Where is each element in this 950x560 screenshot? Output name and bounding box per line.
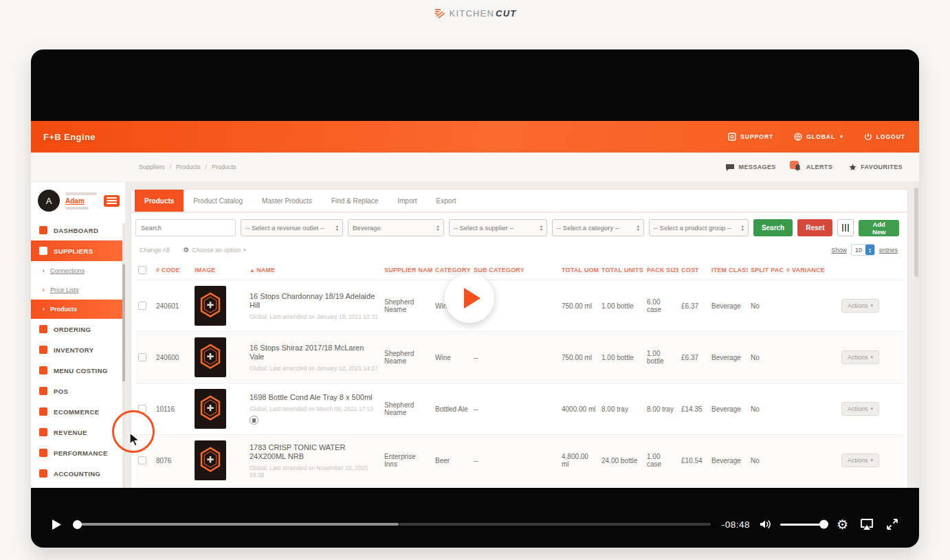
messages-button[interactable]: MESSAGES: [725, 164, 776, 171]
fb-hexagon-logo-icon: [197, 340, 224, 374]
search-button[interactable]: Search: [753, 219, 793, 236]
cell-total-units: 24.00 bottle: [599, 435, 644, 486]
col-code[interactable]: # CODE: [153, 260, 192, 280]
bulk-action-dropdown[interactable]: Choose an option▾: [184, 246, 246, 254]
product-name[interactable]: 16 Stops Chardonnay 18/19 Adelaide Hill: [250, 292, 379, 310]
row-checkbox[interactable]: [138, 353, 146, 361]
cell-supplier: Enterprise Inns: [382, 435, 432, 486]
logout-label: LOGOUT: [876, 133, 905, 140]
volume-slider[interactable]: [780, 524, 824, 526]
cell-total-uom: 4,800.00 ml: [559, 435, 599, 486]
col-cost[interactable]: COST: [678, 260, 709, 280]
sidebar-item-pos[interactable]: POS: [31, 381, 125, 401]
product-image[interactable]: [195, 337, 226, 377]
col-variance[interactable]: # VARIANCE: [784, 260, 839, 280]
support-icon: [728, 133, 736, 141]
actions-button[interactable]: Actions▾: [841, 402, 879, 416]
page-scrollbar[interactable]: [914, 182, 919, 488]
tab-product-catalog[interactable]: Product Catalog: [184, 190, 252, 212]
sidebar-item-accounting[interactable]: ACCOUNTING: [31, 463, 125, 484]
tab-find-replace[interactable]: Find & Replace: [322, 190, 388, 212]
tab-master-products[interactable]: Master Products: [252, 190, 322, 212]
toggle-columns-button[interactable]: [837, 219, 854, 236]
volume-thumb[interactable]: [819, 520, 828, 529]
seek-bar[interactable]: [74, 519, 711, 529]
search-input[interactable]: [135, 219, 236, 236]
sidebar-item-ecommerce[interactable]: ECOMMERCE: [31, 401, 125, 422]
chevron-right-icon: ›: [43, 306, 45, 313]
alerts-button[interactable]: ALERTS: [793, 163, 832, 172]
sidebar-item-dashboard[interactable]: DASHBOARD: [31, 220, 125, 240]
change-all-link[interactable]: Change All: [140, 247, 170, 254]
sidebar-item-menu-costing[interactable]: MENU COSTING: [31, 360, 125, 381]
global-button[interactable]: GLOBAL ▾: [794, 133, 843, 141]
big-play-button[interactable]: [445, 273, 494, 323]
sidebar-item-connections[interactable]: ›Connections: [31, 261, 125, 280]
actions-button[interactable]: Actions▾: [841, 299, 879, 313]
favourites-button[interactable]: FAVOURITES: [849, 164, 903, 171]
logout-button[interactable]: LOGOUT: [864, 133, 905, 141]
breadcrumb-products-1[interactable]: Products: [176, 164, 201, 170]
col-split-pack[interactable]: SPLIT PACK: [748, 260, 784, 280]
page-size-select[interactable]: 10: [851, 244, 875, 256]
select-all-checkbox[interactable]: [138, 266, 146, 274]
tab-products[interactable]: Products: [135, 190, 184, 212]
product-name[interactable]: 1698 Bottle Cond Ale Tray 8 x 500ml: [250, 393, 379, 402]
sidebar-item-revenue[interactable]: REVENUE: [31, 422, 125, 443]
product-image[interactable]: [195, 440, 226, 480]
sidebar-item-products[interactable]: ›Products: [31, 300, 125, 319]
col-name[interactable]: ▲NAME: [247, 260, 382, 280]
cell-item-class: Beverage: [709, 280, 748, 332]
col-sub-category[interactable]: SUB CATEGORY: [471, 260, 559, 280]
product-name[interactable]: 16 Stops Shiraz 2017/18 McLaren Vale: [250, 344, 379, 361]
play-button[interactable]: [52, 519, 62, 530]
reset-button[interactable]: Reset: [797, 219, 832, 236]
fullscreen-button[interactable]: [886, 518, 898, 530]
row-checkbox[interactable]: [138, 456, 146, 464]
sidebar-item-team[interactable]: TEAM: [31, 484, 125, 488]
add-new-button[interactable]: Add New: [859, 220, 899, 236]
user-role-blur: [65, 207, 89, 210]
filter-bar: -- Select a revenue outlet -- Beverage -…: [131, 213, 907, 242]
col-supplier-name[interactable]: SUPPLIER NAME: [382, 260, 432, 280]
airplay-button[interactable]: [860, 519, 874, 530]
app-brand: F+B Engine: [43, 132, 96, 142]
category-select[interactable]: -- Select a category --: [552, 219, 644, 236]
page-size-group: Show 10 entries: [831, 244, 898, 256]
sidebar-item-suppliers[interactable]: SUPPLIERS: [31, 240, 125, 261]
actions-button[interactable]: Actions▾: [841, 350, 879, 364]
product-image[interactable]: [195, 389, 226, 429]
supplier-select[interactable]: -- Select a supplier --: [449, 219, 547, 236]
user-name-link[interactable]: Adam: [65, 197, 98, 205]
sidebar-item-inventory[interactable]: INVENTORY: [31, 339, 125, 360]
tab-export[interactable]: Export: [427, 190, 466, 212]
breadcrumb-suppliers[interactable]: Suppliers: [139, 164, 165, 170]
volume-button[interactable]: [760, 519, 772, 529]
seek-thumb[interactable]: [73, 520, 82, 529]
item-class-select[interactable]: Beverage: [348, 219, 444, 236]
cell-split-pack: No: [748, 383, 784, 435]
sidebar-toggle-button[interactable]: [104, 195, 120, 207]
table-header-row: # CODE IMAGE ▲NAME SUPPLIER NAME CATEGOR…: [135, 260, 904, 280]
video-player[interactable]: F+B Engine SUPPORT GLOBAL ▾ LOGOUT Su: [31, 49, 919, 548]
avatar[interactable]: A: [38, 190, 60, 212]
tab-import[interactable]: Import: [388, 190, 426, 212]
cell-code: 240600: [153, 332, 192, 383]
col-total-uom[interactable]: TOTAL UOM: [559, 260, 599, 280]
support-button[interactable]: SUPPORT: [728, 133, 773, 141]
user-panel: A Adam: [31, 182, 125, 216]
product-name[interactable]: 1783 CRISP TONIC WATER 24X200ML NRB: [250, 443, 379, 461]
settings-gear-icon[interactable]: ⚙: [837, 518, 848, 531]
sidebar-item-performance[interactable]: PERFORMANCE: [31, 443, 125, 463]
col-total-units[interactable]: TOTAL UNITS: [599, 260, 644, 280]
col-pack-size[interactable]: PACK SIZE: [644, 260, 678, 280]
performance-icon: [39, 449, 47, 457]
col-item-class[interactable]: ITEM CLASS: [709, 260, 748, 280]
sidebar-item-ordering[interactable]: ORDERING: [31, 319, 125, 339]
actions-button[interactable]: Actions▾: [841, 453, 879, 467]
product-image[interactable]: [195, 286, 226, 326]
sidebar-item-price-lists[interactable]: ›Price Lists: [31, 280, 125, 300]
row-checkbox[interactable]: [138, 302, 146, 310]
revenue-outlet-select[interactable]: -- Select a revenue outlet --: [241, 219, 343, 236]
product-group-select[interactable]: -- Select a product group --: [649, 219, 749, 236]
